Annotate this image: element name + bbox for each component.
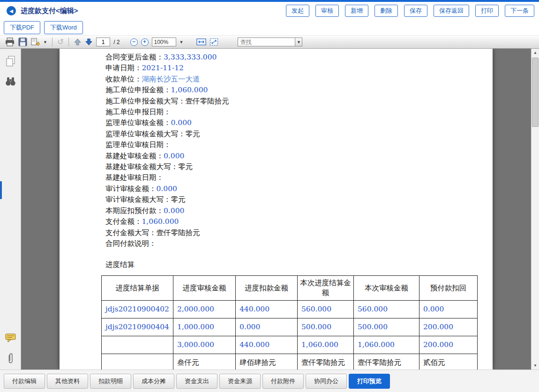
table-cell: 2,000.000 — [173, 301, 235, 318]
page-down-button[interactable] — [85, 38, 93, 46]
document-field-line: 申请日期：2021-11-12 — [105, 63, 493, 74]
table-title: 进度结算 — [105, 260, 493, 269]
search-panel-binoculars-icon[interactable] — [5, 76, 16, 86]
document-field-line: 监理单位审核金额：0.000 — [105, 118, 493, 128]
scrollbar-down-button[interactable]: ▼ — [532, 362, 539, 370]
field-label: 申请日期： — [105, 64, 142, 72]
page-title: 进度款支付<编辑> — [21, 7, 78, 15]
comments-panel-icon[interactable] — [5, 333, 16, 343]
field-value: 0.000 — [164, 152, 184, 160]
scrollbar-up-button[interactable]: ▲ — [532, 49, 539, 57]
field-label: 合同变更后金额： — [105, 53, 164, 61]
field-value: 壹仟零陆拾元 — [157, 229, 200, 237]
table-header-row: 进度结算单据进度审核金额进度扣款金额本次进度结算金额本次审核金额预付款扣回 — [102, 276, 478, 301]
sidebar-selection-indicator — [0, 181, 2, 199]
zoom-level-value: 100% — [154, 39, 169, 45]
download-bar: 下载PDF下载Word — [0, 20, 539, 35]
save-return-button[interactable]: 保存返回 — [434, 5, 469, 17]
attachments-panel-paperclip-icon[interactable] — [7, 352, 14, 365]
toolbar-separator — [68, 37, 69, 46]
field-label: 本期应扣预付款： — [105, 207, 164, 215]
document-field-line: 合同付款说明： — [105, 238, 493, 249]
back-button[interactable]: ◀ — [7, 6, 16, 15]
search-input[interactable] — [238, 37, 295, 46]
document-field-line: 本期应扣预付款：0.000 — [105, 206, 493, 216]
document-fields: 合同变更后金额：3,333,333.000申请日期：2021-11-12收款单位… — [60, 52, 493, 249]
tab-other-documents[interactable]: 其他资料 — [47, 374, 88, 389]
field-label: 审计审核金额： — [105, 185, 157, 193]
header: ◀ 进度款支付<编辑> 发起审核新增删除保存保存返回打印下一条 — [0, 2, 539, 20]
tab-cost-allocation[interactable]: 成本分摊 — [133, 374, 174, 389]
previous-view-icon[interactable]: ↺ — [57, 37, 64, 47]
document-field-line: 施工单位申报金额：1,060.000 — [105, 85, 493, 96]
print-icon[interactable] — [5, 37, 15, 47]
tab-print-preview[interactable]: 打印预览 — [349, 374, 390, 389]
print-button[interactable]: 打印 — [475, 5, 499, 17]
zoom-out-button[interactable]: − — [130, 38, 138, 46]
field-label: 合同付款说明： — [105, 239, 157, 248]
tab-payment-attachment[interactable]: 付款附件 — [262, 374, 304, 389]
field-value: 0.000 — [171, 118, 192, 127]
export-dropdown-caret-icon[interactable]: ▼ — [43, 40, 47, 44]
field-value: 2021-11-12 — [142, 64, 184, 72]
field-value: 1,060.000 — [171, 86, 208, 94]
save-icon[interactable] — [18, 37, 27, 46]
table-cell: 肆佰肆拾元 — [235, 354, 297, 370]
page-up-button[interactable] — [74, 38, 82, 46]
table-header-cell: 预付款扣回 — [419, 276, 477, 301]
add-button[interactable]: 新增 — [345, 5, 368, 17]
field-value: 零元 — [171, 195, 186, 204]
tab-fund-expense[interactable]: 资金支出 — [176, 374, 217, 389]
table-cell: 440.000 — [235, 336, 297, 354]
vertical-scrollbar[interactable]: ▲ ▼ — [531, 49, 539, 370]
zoom-level-select[interactable]: 100% — [152, 37, 176, 46]
download-pdf-button[interactable]: 下载PDF — [4, 21, 40, 34]
field-label: 支付金额： — [105, 217, 142, 226]
save-button[interactable]: 保存 — [404, 5, 427, 17]
table-row: jdjs202109004041,000.0000.000500.000500.… — [102, 318, 478, 336]
field-value: 0.000 — [157, 185, 177, 193]
tab-fund-source[interactable]: 资金来源 — [219, 374, 261, 389]
tab-collaboration[interactable]: 协同办公 — [306, 374, 347, 389]
fit-width-button[interactable] — [196, 38, 206, 46]
review-button[interactable]: 审核 — [315, 5, 339, 17]
table-cell: 1,060.000 — [353, 336, 419, 354]
page-number-input[interactable] — [96, 37, 110, 46]
table-cell — [102, 354, 173, 370]
initiate-button[interactable]: 发起 — [286, 5, 309, 17]
zoom-in-button[interactable]: + — [141, 38, 149, 46]
search-dropdown-caret-icon[interactable]: ▼ — [295, 37, 302, 46]
pdf-canvas: 合同变更后金额：3,333,333.000申请日期：2021-11-12收款单位… — [21, 49, 531, 370]
field-label: 监理单位审核金额大写： — [105, 130, 186, 138]
delete-button[interactable]: 删除 — [374, 5, 398, 17]
search-box: ▼ — [238, 37, 302, 46]
download-word-button[interactable]: 下载Word — [44, 21, 83, 34]
document-field-line: 合同变更后金额：3,333,333.000 — [105, 52, 493, 63]
table-cell: 560.000 — [353, 301, 419, 318]
field-label: 施工单位申报金额： — [105, 86, 171, 94]
next-record-button[interactable]: 下一条 — [505, 5, 534, 17]
table-row: jdjs202109004022,000.000440.000560.00056… — [102, 301, 478, 318]
table-header-cell: 本次进度结算金额 — [297, 276, 353, 301]
export-icon[interactable] — [30, 37, 40, 46]
document-field-line: 基建处审核金额大写：零元 — [105, 162, 493, 172]
field-value[interactable]: 湖南长沙五一大道 — [142, 75, 200, 83]
document-field-line: 施工单位申报日期： — [105, 107, 493, 118]
table-cell: 0.000 — [235, 318, 297, 336]
pages-panel-icon[interactable] — [5, 55, 16, 67]
zoom-dropdown-caret-icon[interactable]: ▼ — [180, 40, 184, 44]
field-value: 零元 — [178, 163, 193, 171]
table-cell: 500.000 — [353, 318, 419, 336]
field-label: 收款单位： — [105, 75, 142, 83]
field-label: 监理单位审核日期： — [105, 141, 171, 149]
table-header-cell: 进度扣款金额 — [235, 276, 297, 301]
field-label: 支付金额大写： — [105, 229, 157, 237]
document-field-line: 基建处审核日期： — [105, 172, 493, 183]
field-label: 施工单位申报日期： — [105, 108, 171, 116]
scrollbar-thumb[interactable] — [532, 58, 539, 127]
table-cell: 壹仟零陆拾元 — [297, 354, 353, 370]
tab-deduction-detail[interactable]: 扣款明细 — [90, 374, 131, 389]
tab-payment-edit[interactable]: 付款编辑 — [4, 374, 45, 389]
fit-page-button[interactable] — [210, 38, 218, 46]
table-cell: 440.000 — [235, 301, 297, 318]
